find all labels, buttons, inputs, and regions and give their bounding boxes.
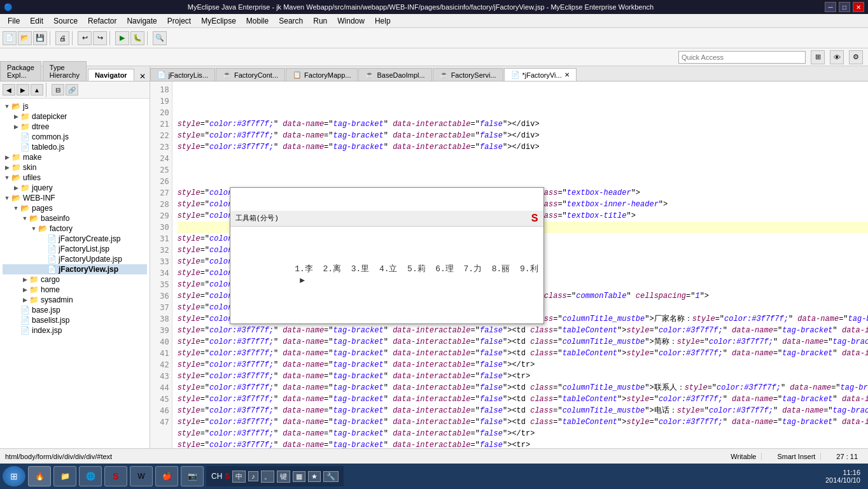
perspectives-button[interactable]: ⊞ — [811, 50, 825, 64]
view-button[interactable]: 👁 — [830, 50, 844, 64]
menu-item-project[interactable]: Project — [162, 15, 196, 27]
tree-item-skin[interactable]: ▶📁skin — [3, 162, 147, 173]
taskbar-app-3[interactable]: 🌐 — [79, 466, 102, 486]
line-number: 36 — [153, 290, 169, 302]
autocomplete-arrow[interactable]: ▶ — [300, 276, 305, 285]
up-button[interactable]: ▲ — [31, 84, 43, 96]
tree-expand-icon[interactable]: ▼ — [20, 214, 29, 223]
ime-mode-btn[interactable]: 中 — [232, 471, 246, 483]
code-editor[interactable]: style="color:#3f7f7f;" data-name="tag-br… — [172, 82, 868, 448]
panel-tab-0[interactable]: Package Expl... — [0, 61, 41, 81]
maximize-button[interactable]: □ — [839, 2, 850, 12]
settings-icon[interactable]: ⚙ — [849, 50, 863, 64]
tree-item-dtree[interactable]: ▶📁dtree — [3, 122, 147, 132]
ime-punct-btn[interactable]: 。 — [261, 471, 274, 483]
debug-button[interactable]: 🐛 — [130, 31, 144, 45]
tree-item-sysadmin[interactable]: ▶📁sysadmin — [3, 295, 147, 305]
tree-item-pages[interactable]: ▼📂pages — [3, 203, 147, 213]
open-button[interactable]: 📂 — [18, 31, 32, 45]
tree-item-baseinfo[interactable]: ▼📂baseinfo — [3, 213, 147, 223]
tree-expand-icon[interactable]: ▶ — [3, 153, 11, 162]
menu-item-run[interactable]: Run — [308, 15, 332, 27]
editor-tab-1[interactable]: ☕FactoryCont... — [216, 68, 285, 81]
panel-close-button[interactable]: ✕ — [136, 72, 150, 81]
tree-item-common.js[interactable]: 📄common.js — [3, 132, 147, 142]
tree-item-jFactoryCreate.jsp[interactable]: 📄jFactoryCreate.jsp — [3, 234, 147, 244]
tree-expand-icon[interactable]: ▶ — [20, 275, 29, 284]
minimize-button[interactable]: ─ — [825, 2, 836, 12]
link-editor-button[interactable]: 🔗 — [66, 84, 78, 96]
editor-tab-4[interactable]: ☕FactoryServi... — [433, 68, 503, 81]
tree-expand-icon[interactable]: ▶ — [20, 285, 29, 294]
tree-item-factory[interactable]: ▼📂factory — [3, 223, 147, 234]
taskbar-app-4[interactable]: S — [104, 466, 127, 486]
taskbar-app-6[interactable]: 🍎 — [155, 466, 178, 486]
tree-expand-icon[interactable]: ▼ — [3, 102, 11, 111]
tree-item-WEB-INF[interactable]: ▼📂WEB-INF — [3, 193, 147, 203]
tree-item-jquery[interactable]: ▶📁jquery — [3, 183, 147, 193]
menu-item-search[interactable]: Search — [274, 15, 308, 27]
tree-expand-icon[interactable]: ▶ — [20, 295, 29, 304]
editor-tab-5[interactable]: 📄*jFactoryVi...✕ — [504, 68, 577, 81]
tree-item-datepicker[interactable]: ▶📁datepicker — [3, 111, 147, 122]
tree-item-make[interactable]: ▶📁make — [3, 152, 147, 162]
ime-skin-btn[interactable]: ▦ — [293, 471, 305, 482]
ime-tone-btn[interactable]: ♪ — [248, 471, 258, 481]
menu-item-myeclipse[interactable]: MyEclipse — [196, 15, 241, 27]
tree-item-jFactoryUpdate.jsp[interactable]: 📄jFactoryUpdate.jsp — [3, 254, 147, 264]
tree-expand-icon[interactable]: ▼ — [3, 173, 11, 182]
collapse-all-button[interactable]: ⊟ — [52, 84, 64, 96]
editor-tab-3[interactable]: ☕BaseDaoImpl... — [358, 68, 431, 81]
ime-key-btn[interactable]: 键 — [277, 471, 290, 483]
new-button[interactable]: 📄 — [3, 31, 17, 45]
tab-label: FactoryServi... — [451, 71, 496, 79]
ime-settings-btn[interactable]: 🔧 — [323, 471, 339, 482]
save-button[interactable]: 💾 — [33, 31, 47, 45]
tree-item-home[interactable]: ▶📁home — [3, 285, 147, 295]
close-button[interactable]: ✕ — [853, 2, 864, 12]
editor-tab-2[interactable]: 📋FactoryMapp... — [286, 68, 358, 81]
tree-item-js[interactable]: ▼📂js — [3, 101, 147, 111]
tree-item-ufiles[interactable]: ▼📂ufiles — [3, 173, 147, 183]
menu-item-refactor[interactable]: Refactor — [83, 15, 122, 27]
menu-item-window[interactable]: Window — [332, 15, 370, 27]
taskbar-app-5[interactable]: W — [130, 466, 153, 486]
ime-tool-btn[interactable]: ★ — [308, 471, 321, 482]
tree-expand-icon[interactable]: ▼ — [29, 224, 38, 233]
tree-expand-icon[interactable]: ▶ — [3, 163, 11, 172]
tree-expand-icon[interactable]: ▶ — [11, 122, 20, 131]
undo-button[interactable]: ↩ — [78, 31, 92, 45]
menu-item-file[interactable]: File — [3, 15, 25, 27]
menu-item-edit[interactable]: Edit — [25, 15, 48, 27]
tree-item-jFactoryList.jsp[interactable]: 📄jFactoryList.jsp — [3, 244, 147, 254]
taskbar-app-2[interactable]: 📁 — [53, 466, 76, 486]
quick-access-input[interactable] — [678, 51, 806, 64]
run-button[interactable]: ▶ — [115, 31, 129, 45]
tree-item-index.jsp[interactable]: 📄index.jsp — [3, 325, 147, 336]
menu-item-source[interactable]: Source — [48, 15, 83, 27]
tree-item-jFactoryView.jsp[interactable]: 📄jFactoryView.jsp — [3, 264, 147, 274]
taskbar-app-7[interactable]: 📷 — [181, 466, 204, 486]
tree-item-tabledo.js[interactable]: 📄tabledo.js — [3, 142, 147, 152]
tree-item-cargo[interactable]: ▶📁cargo — [3, 274, 147, 285]
search-button[interactable]: 🔍 — [153, 31, 167, 45]
tree-expand-icon[interactable]: ▼ — [11, 204, 20, 213]
back-button[interactable]: ◀ — [3, 84, 15, 96]
tree-expand-icon[interactable]: ▶ — [11, 183, 20, 192]
panel-tab-2[interactable]: Navigator — [88, 69, 134, 81]
menu-item-mobile[interactable]: Mobile — [241, 15, 274, 27]
print-button[interactable]: 🖨 — [55, 31, 69, 45]
forward-button[interactable]: ▶ — [17, 84, 29, 96]
panel-tab-1[interactable]: Type Hierarchy — [43, 61, 87, 81]
menu-item-navigate[interactable]: Navigate — [122, 15, 162, 27]
taskbar-app-1[interactable]: 🔥 — [28, 466, 51, 486]
tree-expand-icon[interactable]: ▼ — [3, 194, 11, 202]
tab-close-button[interactable]: ✕ — [564, 71, 570, 78]
tree-expand-icon[interactable]: ▶ — [11, 112, 20, 121]
redo-button[interactable]: ↪ — [93, 31, 107, 45]
start-button[interactable]: ⊞ — [3, 466, 25, 486]
tree-item-baselist.jsp[interactable]: 📄baselist.jsp — [3, 315, 147, 325]
tree-item-base.jsp[interactable]: 📄base.jsp — [3, 305, 147, 315]
editor-tab-0[interactable]: 📄jFactoryLis... — [150, 68, 215, 81]
menu-item-help[interactable]: Help — [370, 15, 396, 27]
